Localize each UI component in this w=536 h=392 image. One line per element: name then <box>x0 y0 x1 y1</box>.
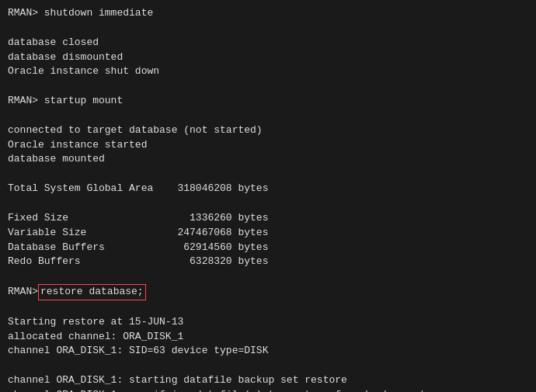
prompt-line: RMAN> startup mount <box>8 94 528 109</box>
empty-line <box>8 196 528 211</box>
empty-line <box>8 269 528 284</box>
output-line: channel ORA_DISK_1: SID=63 device type=D… <box>8 344 528 359</box>
prompt-prefix: RMAN> <box>8 285 38 300</box>
empty-line <box>8 300 528 315</box>
empty-line <box>8 359 528 373</box>
output-line: Database Buffers 62914560 bytes <box>8 241 528 255</box>
output-line: channel ORA_DISK_1: specifying datafile(… <box>8 388 528 392</box>
terminal: RMAN> shutdown immediatedatabase closedd… <box>0 0 536 392</box>
empty-line <box>8 167 528 182</box>
output-line: Fixed Size 1336260 bytes <box>8 211 528 226</box>
output-line: Oracle instance started <box>8 138 528 153</box>
output-line: Total System Global Area 318046208 bytes <box>8 182 528 196</box>
output-line: database mounted <box>8 152 528 167</box>
empty-line <box>8 109 528 123</box>
output-line: Redo Buffers 6328320 bytes <box>8 255 528 269</box>
empty-line <box>8 79 528 94</box>
output-line: Starting restore at 15-JUN-13 <box>8 315 528 330</box>
output-line: connected to target database (not starte… <box>8 123 528 138</box>
output-line: Variable Size 247467068 bytes <box>8 226 528 241</box>
command-line: RMAN> restore database; <box>8 284 528 300</box>
output-line: database closed <box>8 36 528 50</box>
prompt-line: RMAN> shutdown immediate <box>8 6 528 21</box>
output-line: database dismounted <box>8 50 528 65</box>
highlighted-command: restore database; <box>38 284 146 300</box>
empty-line <box>8 21 528 36</box>
output-line: allocated channel: ORA_DISK_1 <box>8 330 528 345</box>
output-line: Oracle instance shut down <box>8 64 528 79</box>
output-line: channel ORA_DISK_1: starting datafile ba… <box>8 373 528 388</box>
